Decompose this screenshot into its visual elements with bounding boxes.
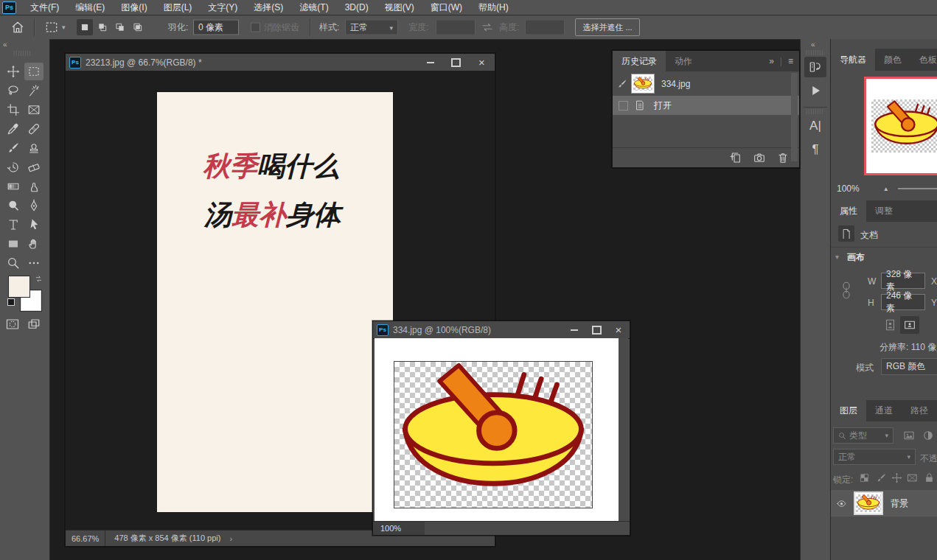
menu-edit[interactable]: 编辑(E)	[67, 0, 113, 15]
tool-smudge[interactable]	[24, 178, 43, 195]
doc2-title-bar[interactable]: Ps 334.jpg @ 100%(RGB/8) ×	[373, 321, 630, 339]
status-chevron-icon[interactable]: ›	[229, 534, 232, 543]
chevron-down-icon[interactable]: ▾	[62, 24, 66, 31]
menu-3d[interactable]: 3D(D)	[337, 0, 377, 15]
layer-filter-dropdown[interactable]: 类型 ▾	[833, 427, 894, 444]
tool-path-select[interactable]	[24, 216, 43, 234]
drag-handle[interactable]: ||||||||	[13, 49, 32, 56]
tool-dodge[interactable]	[4, 197, 23, 214]
tab-actions[interactable]: 动作	[666, 51, 701, 71]
menu-type[interactable]: 文字(Y)	[200, 0, 245, 15]
drag-handle[interactable]: ||||||||	[806, 108, 824, 114]
zoom-out-icon[interactable]: ▲	[883, 186, 889, 192]
new-document-from-state-icon[interactable]	[730, 152, 742, 164]
link-dimensions-icon[interactable]	[840, 281, 852, 300]
layer-row-background[interactable]: 背景	[831, 490, 937, 517]
doc2-canvas[interactable]	[394, 361, 593, 508]
chevron-down-icon[interactable]: ▾	[835, 253, 839, 261]
tool-gradient[interactable]	[4, 178, 23, 195]
navigator-zoom-value[interactable]: 100%	[831, 183, 865, 194]
swap-colors-icon[interactable]	[34, 275, 43, 283]
tab-adjustments[interactable]: 调整	[866, 200, 902, 222]
lock-transparency-icon[interactable]	[859, 472, 870, 483]
add-selection-button[interactable]	[94, 19, 111, 35]
tool-magic-wand[interactable]	[24, 82, 43, 99]
canvas-height-input[interactable]: 246 像素	[881, 294, 925, 310]
panel-icon-character[interactable]: A|	[804, 116, 826, 136]
panel-icon-actions[interactable]	[804, 80, 826, 101]
doc1-zoom-level[interactable]: 66.67%	[66, 534, 105, 543]
home-icon[interactable]	[10, 20, 25, 35]
lock-position-icon[interactable]	[891, 472, 902, 483]
tool-rectangle[interactable]	[4, 235, 23, 253]
filter-pixel-layers-icon[interactable]	[903, 430, 915, 441]
width-input[interactable]	[436, 20, 476, 35]
lock-artboard-icon[interactable]	[907, 472, 918, 483]
foreground-color-swatch[interactable]	[9, 276, 29, 297]
antialias-checkbox[interactable]	[251, 23, 260, 32]
navigator-zoom-slider[interactable]	[898, 188, 937, 189]
maximize-button[interactable]	[585, 321, 607, 338]
tab-channels[interactable]: 通道	[866, 400, 902, 421]
filter-adjustment-layers-icon[interactable]	[922, 430, 934, 441]
tool-crop[interactable]	[4, 101, 23, 119]
select-and-mask-button[interactable]: 选择并遮住 ...	[575, 18, 640, 36]
landscape-orientation-button[interactable]	[900, 316, 919, 334]
tool-brush[interactable]	[4, 139, 23, 157]
minimize-button[interactable]	[563, 321, 585, 338]
collapse-panel-icon[interactable]: »	[769, 56, 774, 66]
history-state-row[interactable]: 打开	[613, 96, 799, 115]
tab-paths[interactable]: 路径	[902, 400, 937, 421]
minimize-button[interactable]	[417, 54, 443, 71]
menu-window[interactable]: 窗口(W)	[422, 0, 470, 15]
tab-history[interactable]: 历史记录	[613, 51, 666, 71]
feather-input[interactable]: 0 像素	[193, 20, 239, 35]
collapse-panel-icon[interactable]: «	[3, 41, 7, 49]
panel-menu-icon[interactable]: ≡	[788, 56, 793, 66]
menu-layer[interactable]: 图层(L)	[156, 0, 201, 15]
height-input[interactable]	[525, 20, 565, 35]
style-dropdown[interactable]: 正常 ▾	[345, 20, 398, 35]
new-selection-button[interactable]	[77, 19, 93, 35]
lock-pixels-icon[interactable]	[876, 472, 887, 483]
tab-layers[interactable]: 图层	[831, 400, 866, 421]
blend-mode-dropdown[interactable]: 正常 ▾	[833, 449, 916, 465]
canvas-width-input[interactable]: 328 像素	[881, 273, 925, 289]
history-scrollbar[interactable]	[791, 73, 798, 161]
doc2-canvas-area[interactable]	[375, 338, 619, 522]
screen-mode-icon[interactable]	[27, 318, 41, 331]
tool-clone-stamp[interactable]	[24, 139, 43, 157]
drag-handle[interactable]: ||||||||	[806, 49, 824, 55]
subtract-selection-button[interactable]	[112, 19, 128, 35]
new-snapshot-icon[interactable]	[753, 152, 765, 164]
tool-eraser[interactable]	[24, 158, 43, 176]
menu-help[interactable]: 帮助(H)	[470, 0, 517, 15]
navigator-proxy-view[interactable]	[864, 77, 937, 175]
close-button[interactable]: ×	[607, 321, 630, 338]
tab-properties[interactable]: 属性	[831, 200, 866, 222]
quick-mask-icon[interactable]	[5, 318, 20, 331]
tool-preset-marquee-icon[interactable]	[44, 20, 59, 35]
tool-rect-marquee[interactable]	[24, 63, 43, 80]
tool-healing-brush[interactable]	[24, 120, 43, 138]
delete-state-icon[interactable]	[777, 152, 789, 164]
doc1-canvas[interactable]: 秋季喝什么 汤最补身体	[157, 92, 393, 512]
expand-panels-icon[interactable]: «	[811, 41, 815, 49]
close-button[interactable]: ×	[469, 54, 495, 71]
default-colors-icon[interactable]	[7, 298, 15, 306]
portrait-orientation-icon[interactable]	[884, 318, 896, 332]
tab-color[interactable]: 颜色	[875, 49, 910, 71]
swap-width-height-icon[interactable]	[481, 21, 494, 34]
history-snapshot-row[interactable]: 334.jpg	[613, 71, 799, 96]
tool-lasso[interactable]	[4, 82, 23, 99]
menu-select[interactable]: 选择(S)	[245, 0, 291, 15]
lock-all-icon[interactable]	[924, 472, 935, 483]
panel-icon-paragraph[interactable]: ¶	[804, 139, 826, 160]
tool-zoom[interactable]	[4, 254, 23, 272]
intersect-selection-button[interactable]	[130, 19, 146, 35]
tool-history-brush[interactable]	[4, 158, 23, 176]
panel-icon-history[interactable]	[804, 57, 826, 77]
tool-pen[interactable]	[24, 197, 43, 214]
tool-hand[interactable]	[24, 235, 43, 253]
tool-type[interactable]	[4, 216, 23, 234]
